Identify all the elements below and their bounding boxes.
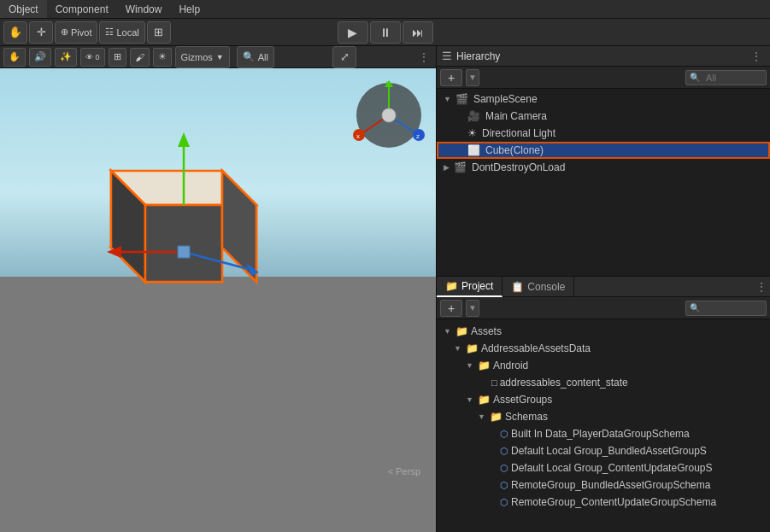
folder-icon: 📁 (478, 360, 491, 371)
hierarchy-item-cubeclone[interactable]: ▶ ⬜ Cube(Clone) (437, 142, 770, 159)
arrow-icon: ▼ (466, 395, 473, 404)
pivot-label: Pivot (71, 27, 91, 38)
asset-item-remotegroup2[interactable]: ▶ ⬡ RemoteGroup_ContentUpdateGroupSchema (437, 494, 770, 511)
camera-icon: 🎥 (467, 110, 480, 122)
hierarchy-content: ▼ 🎬 SampleScene ▶ 🎥 Main Camera ▶ ☀ Dire… (437, 89, 770, 276)
arrow-icon: ▶ (444, 163, 450, 172)
grid-tool[interactable]: ⊞ (147, 21, 171, 44)
project-search-input[interactable] (702, 301, 762, 316)
menu-window[interactable]: Window (117, 0, 171, 18)
hand-scene-btn[interactable]: ✋ (3, 48, 26, 67)
project-add-btn[interactable]: + (440, 300, 462, 317)
menu-component[interactable]: Component (47, 0, 117, 18)
light-btn[interactable]: ☀ (153, 48, 172, 67)
scene-view[interactable]: x z y < Persp (0, 68, 436, 532)
asset-label: AddressableAssetsData (481, 342, 591, 354)
svg-text:y: y (386, 79, 391, 87)
transform-tools: ✋ ✛ ⊕ Pivot ☷ Local ⊞ (3, 21, 171, 44)
hier-item-label: Cube(Clone) (485, 144, 544, 156)
bottom-panels: 📁 Project 📋 Console ⋮ + ▼ 🔍 (437, 277, 770, 532)
local-label: Local (116, 27, 138, 38)
hierarchy-search-input[interactable] (702, 70, 762, 85)
arrow-icon: ▼ (454, 344, 461, 353)
play-button[interactable]: ▶ (338, 21, 368, 44)
all-dropdown[interactable]: 🔍 All (237, 46, 274, 68)
pivot-icon: ⊕ (61, 26, 68, 38)
asset-item-defaultlocal2[interactable]: ▶ ⬡ Default Local Group_ContentUpdateGro… (437, 459, 770, 476)
svg-marker-6 (222, 171, 256, 282)
tab-console[interactable]: 📋 Console (503, 277, 574, 297)
hierarchy-options-btn[interactable]: ⋮ (748, 48, 765, 65)
pivot-tool[interactable]: ⊕ Pivot (55, 21, 97, 44)
hand-tool[interactable]: ✋ (3, 21, 27, 44)
visibility-btn[interactable]: 👁 0 (80, 48, 105, 67)
asset-label: Assets (471, 325, 502, 337)
asset-item-schemas[interactable]: ▼ 📁 Schemas (437, 408, 770, 425)
asset-item-assets[interactable]: ▼ 📁 Assets (437, 323, 770, 340)
hier-item-label: Main Camera (485, 110, 547, 122)
effects-btn[interactable]: ✨ (55, 48, 77, 67)
audio-btn[interactable]: 🔊 (29, 48, 51, 67)
bottom-content: ▼ 📁 Assets ▼ 📁 AddressableAssetsData ▼ 📁… (437, 319, 770, 532)
hierarchy-add-btn[interactable]: + (440, 69, 462, 86)
svg-rect-13 (178, 246, 190, 258)
svg-text:z: z (416, 132, 420, 140)
svg-text:x: x (356, 132, 360, 140)
asset-label: RemoteGroup_BundledAssetGroupSchema (511, 479, 710, 491)
toolbar: ✋ ✛ ⊕ Pivot ☷ Local ⊞ ▶ ⏸ ⏭ (0, 19, 770, 46)
asset-item-remotegroup1[interactable]: ▶ ⬡ RemoteGroup_BundledAssetGroupSchema (437, 476, 770, 494)
hierarchy-item-samplescene[interactable]: ▼ 🎬 SampleScene (437, 91, 770, 108)
scene-icon: 🎬 (454, 161, 467, 173)
asset-label: addressables_content_state (500, 377, 628, 389)
right-panel: ☰ Hierarchy ⋮ + ▼ 🔍 ▼ 🎬 SampleScene (437, 46, 770, 532)
folder-icon: 📁 (490, 411, 503, 423)
asset-label: Android (493, 360, 528, 371)
step-button[interactable]: ⏭ (403, 21, 433, 44)
tab-project[interactable]: 📁 Project (437, 277, 503, 297)
hierarchy-item-directionallight[interactable]: ▶ ☀ Directional Light (437, 125, 770, 142)
folder-icon: 📁 (466, 342, 479, 354)
asset-label: AssetGroups (493, 394, 552, 406)
hierarchy-item-dontdestroyonload[interactable]: ▶ 🎬 DontDestroyOnLoad (437, 159, 770, 176)
menu-object[interactable]: Object (0, 0, 47, 18)
cube-icon: ⬜ (467, 144, 480, 156)
perspective-label: < Persp (388, 466, 420, 476)
arrow-icon: ▼ (478, 412, 485, 421)
maximize-btn[interactable]: ⤢ (332, 46, 356, 68)
brush-btn[interactable]: 🖌 (130, 48, 150, 67)
grid-scene-btn[interactable]: ⊞ (109, 48, 126, 67)
hierarchy-title: Hierarchy (456, 50, 500, 62)
project-add-dropdown[interactable]: ▼ (466, 300, 479, 317)
move-tool[interactable]: ✛ (29, 21, 53, 44)
search-icon: 🔍 (243, 51, 255, 62)
asset-icon: ⬡ (500, 497, 508, 508)
hier-item-label: Directional Light (482, 127, 555, 139)
arrow-icon: ▼ (466, 361, 473, 370)
menu-help[interactable]: Help (170, 0, 209, 18)
chevron-down-icon: ▼ (216, 53, 224, 61)
hierarchy-item-maincamera[interactable]: ▶ 🎥 Main Camera (437, 108, 770, 125)
asset-item-addressable[interactable]: ▼ 📁 AddressableAssetsData (437, 340, 770, 357)
file-icon: □ (491, 377, 497, 388)
local-tool[interactable]: ☷ Local (99, 21, 144, 44)
bottom-options-btn[interactable]: ⋮ (753, 278, 770, 295)
all-label: All (258, 52, 268, 62)
scene-options-btn[interactable]: ⋮ (415, 49, 432, 66)
asset-item-addressables-content[interactable]: ▶ □ addressables_content_state (437, 374, 770, 391)
tab-console-label: Console (527, 281, 565, 293)
asset-item-builtin[interactable]: ▶ ⬡ Built In Data_PlayerDataGroupSchema (437, 425, 770, 442)
asset-icon: ⬡ (500, 429, 508, 440)
gizmos-dropdown[interactable]: Gizmos ▼ (175, 46, 230, 68)
asset-item-android[interactable]: ▼ 📁 Android (437, 357, 770, 374)
asset-label: Default Local Group_ContentUpdateGroupS (511, 462, 712, 474)
asset-item-defaultlocal1[interactable]: ▶ ⬡ Default Local Group_BundledAssetGrou… (437, 442, 770, 459)
ground-background (0, 277, 436, 532)
asset-item-assetgroups[interactable]: ▼ 📁 AssetGroups (437, 391, 770, 408)
pause-button[interactable]: ⏸ (370, 21, 401, 44)
hierarchy-toolbar: + ▼ 🔍 (437, 67, 770, 89)
hierarchy-add-dropdown[interactable]: ▼ (466, 69, 479, 86)
svg-marker-5 (145, 205, 222, 282)
asset-label: RemoteGroup_ContentUpdateGroupSchema (511, 496, 716, 508)
tab-project-label: Project (461, 280, 493, 292)
scene-gizmo[interactable]: x z y (350, 77, 427, 154)
